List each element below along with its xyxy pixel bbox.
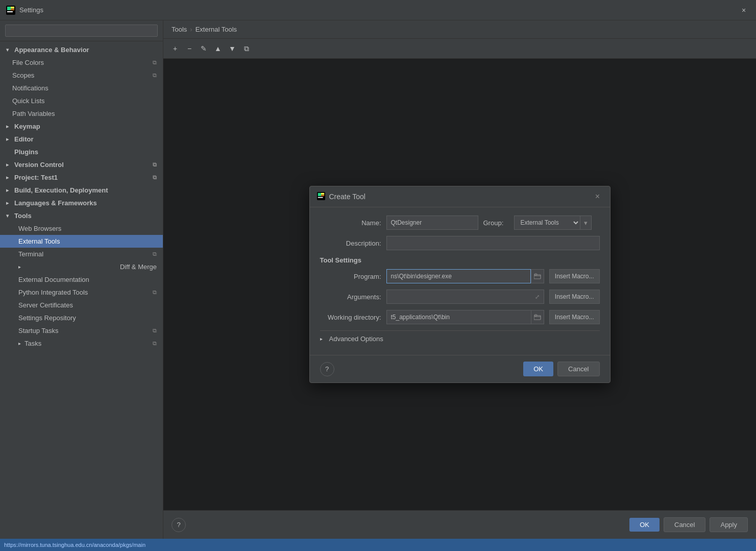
sidebar-item-project[interactable]: Project: Test1 ⧉	[0, 171, 163, 184]
status-bar: https://mirrors.tuna.tsinghua.edu.cn/ana…	[0, 539, 756, 551]
copy-icon: ⧉	[153, 289, 157, 296]
breadcrumb-external-tools: External Tools	[196, 26, 237, 33]
title-bar: Settings ×	[0, 0, 756, 20]
dialog-title: Create Tool	[329, 193, 589, 201]
dialog-footer-buttons: OK Cancel	[523, 362, 599, 376]
working-dir-row: Working directory:	[320, 310, 600, 324]
copy-button[interactable]: ⧉	[240, 42, 253, 55]
separator	[320, 330, 600, 331]
main-ok-button[interactable]: OK	[629, 518, 660, 532]
program-row: Program:	[320, 269, 600, 283]
arguments-expand-button[interactable]: ⤢	[531, 290, 544, 304]
arguments-input-wrap: ⤢	[386, 290, 544, 304]
advanced-options-label: Advanced Options	[329, 335, 383, 343]
copy-icon: ⧉	[153, 251, 157, 257]
search-bar	[0, 20, 163, 41]
copy-icon: ⧉	[153, 161, 157, 168]
edit-button[interactable]: ✎	[197, 42, 210, 55]
search-input[interactable]	[5, 25, 158, 37]
group-dropdown-button[interactable]: ▾	[580, 215, 592, 230]
main-window: Settings × Appearance & Behavior File Co…	[0, 0, 756, 551]
sidebar-item-settings-repository[interactable]: Settings Repository	[0, 312, 163, 324]
main-toolbar: + − ✎ ▲ ▼ ⧉	[163, 39, 756, 59]
working-dir-label: Working directory:	[320, 314, 381, 321]
sidebar-item-python-integrated-tools[interactable]: Python Integrated Tools ⧉	[0, 286, 163, 299]
group-label: Group:	[483, 219, 509, 227]
sidebar-item-build[interactable]: Build, Execution, Deployment	[0, 184, 163, 197]
working-dir-input-wrap	[386, 310, 544, 324]
bottom-bar: ? OK Cancel Apply	[163, 510, 756, 539]
dialog-overlay: Create Tool × Name: Group:	[163, 59, 756, 510]
sidebar: Appearance & Behavior File Colors ⧉ Scop…	[0, 20, 163, 539]
sidebar-tree: Appearance & Behavior File Colors ⧉ Scop…	[0, 41, 163, 539]
expand-icon	[18, 264, 25, 270]
expand-icon	[18, 341, 25, 346]
arguments-insert-macro-button[interactable]: Insert Macro...	[549, 290, 600, 304]
working-dir-browse-button[interactable]	[531, 310, 544, 324]
sidebar-item-languages[interactable]: Languages & Frameworks	[0, 197, 163, 209]
sidebar-item-startup-tasks[interactable]: Startup Tasks ⧉	[0, 324, 163, 337]
description-input[interactable]	[386, 236, 600, 250]
dialog-cancel-button[interactable]: Cancel	[557, 362, 599, 376]
sidebar-item-version-control[interactable]: Version Control ⧉	[0, 158, 163, 171]
sidebar-item-scopes[interactable]: Scopes ⧉	[0, 69, 163, 82]
sidebar-item-file-colors[interactable]: File Colors ⧉	[0, 56, 163, 69]
dialog-ok-button[interactable]: OK	[523, 362, 553, 376]
program-insert-macro-button[interactable]: Insert Macro...	[549, 269, 600, 283]
sidebar-item-tasks[interactable]: Tasks ⧉	[0, 337, 163, 350]
working-dir-input[interactable]	[386, 310, 531, 324]
sidebar-item-quick-lists[interactable]: Quick Lists	[0, 94, 163, 107]
sidebar-item-tools[interactable]: Tools	[0, 209, 163, 222]
breadcrumb: Tools › External Tools	[163, 20, 756, 39]
sidebar-item-diff-merge[interactable]: Diff & Merge	[0, 260, 163, 273]
sidebar-item-server-certificates[interactable]: Server Certificates	[0, 299, 163, 312]
main-content: Tools › External Tools + − ✎ ▲ ▼ ⧉	[163, 20, 756, 539]
sidebar-item-external-docs[interactable]: External Documentation	[0, 273, 163, 286]
copy-icon: ⧉	[153, 327, 157, 334]
remove-button[interactable]: −	[183, 42, 196, 55]
tool-settings-header: Tool Settings	[320, 256, 600, 264]
name-input[interactable]	[386, 215, 478, 230]
sidebar-item-editor[interactable]: Editor	[0, 133, 163, 146]
sidebar-item-path-variables[interactable]: Path Variables	[0, 107, 163, 120]
main-cancel-button[interactable]: Cancel	[664, 517, 705, 532]
svg-rect-8	[321, 193, 324, 195]
main-panel: Create Tool × Name: Group:	[163, 59, 756, 510]
arguments-label: Arguments:	[320, 293, 381, 301]
sidebar-section-label: Appearance & Behavior	[14, 46, 89, 54]
sidebar-item-notifications[interactable]: Notifications	[0, 82, 163, 94]
name-label: Name:	[320, 219, 381, 227]
breadcrumb-tools[interactable]: Tools	[172, 26, 187, 33]
sidebar-item-terminal[interactable]: Terminal ⧉	[0, 248, 163, 260]
sidebar-item-keymap[interactable]: Keymap	[0, 120, 163, 133]
advanced-options-expand-icon	[320, 336, 326, 342]
program-input[interactable]	[386, 269, 531, 283]
main-help-button[interactable]: ?	[172, 518, 186, 532]
expand-icon	[6, 187, 12, 193]
dialog-close-button[interactable]: ×	[593, 191, 603, 202]
dialog-help-button[interactable]: ?	[320, 362, 334, 376]
sidebar-item-external-tools[interactable]: External Tools	[0, 235, 163, 248]
working-dir-insert-macro-button[interactable]: Insert Macro...	[549, 310, 600, 324]
program-input-wrap	[386, 269, 544, 283]
arguments-row: Arguments: ⤢ Insert Macro...	[320, 290, 600, 304]
advanced-options-row[interactable]: Advanced Options	[320, 335, 600, 343]
move-up-button[interactable]: ▲	[211, 42, 225, 55]
dialog-title-bar: Create Tool ×	[310, 186, 610, 207]
group-select[interactable]: External Tools	[514, 215, 580, 230]
dialog-pycharm-logo	[317, 192, 325, 202]
sidebar-item-appearance-behavior[interactable]: Appearance & Behavior	[0, 43, 163, 56]
arguments-input[interactable]	[386, 290, 531, 304]
sidebar-item-web-browsers[interactable]: Web Browsers	[0, 222, 163, 235]
dialog-body: Name: Group: External Tools ▾	[310, 207, 610, 355]
program-browse-button[interactable]	[531, 269, 544, 283]
breadcrumb-separator: ›	[190, 26, 192, 33]
status-bar-text: https://mirrors.tuna.tsinghua.edu.cn/ana…	[4, 542, 145, 548]
window-close-button[interactable]: ×	[738, 4, 750, 16]
move-down-button[interactable]: ▼	[226, 42, 239, 55]
content-area: Appearance & Behavior File Colors ⧉ Scop…	[0, 20, 756, 539]
expand-icon	[6, 47, 12, 53]
main-apply-button[interactable]: Apply	[710, 517, 748, 532]
add-button[interactable]: +	[168, 42, 182, 55]
sidebar-item-plugins[interactable]: Plugins	[0, 146, 163, 158]
